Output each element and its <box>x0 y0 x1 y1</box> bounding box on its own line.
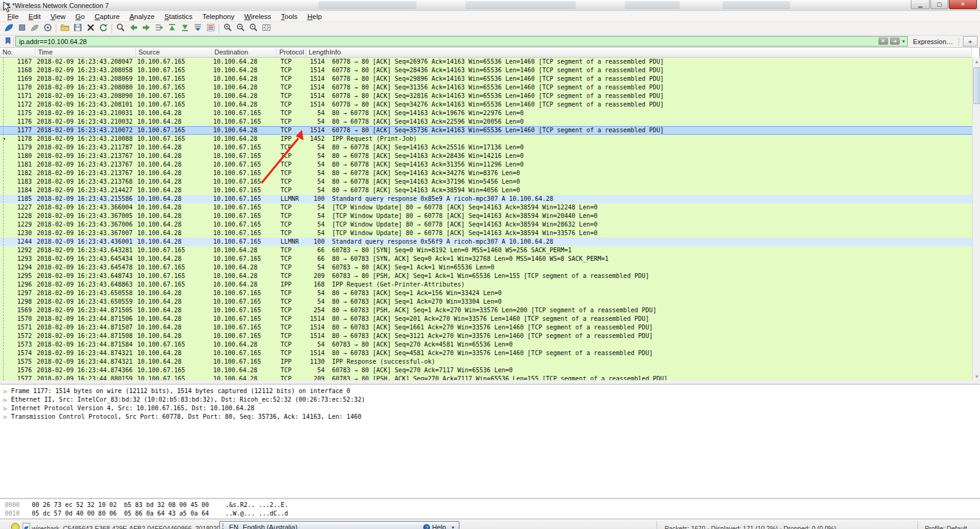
expression-button[interactable]: Expression… <box>908 38 959 45</box>
menu-wireless[interactable]: Wireless <box>239 12 276 21</box>
stop-capture-button[interactable] <box>15 23 28 35</box>
packet-row-1573[interactable]: 15732018-02-09 16:23:44.87158410.100.67.… <box>0 340 972 349</box>
packet-list-scrollbar[interactable]: ▲ ▼ <box>972 58 980 380</box>
colorize-packets-button[interactable] <box>204 23 217 35</box>
packet-row-1182[interactable]: 11822018-02-09 16:23:43.21376710.100.64.… <box>0 169 972 178</box>
detail-row-1[interactable]: ▷Ethernet II, Src: IntelCor_83:bd:32 (10… <box>0 396 980 404</box>
packet-row-1185[interactable]: 11852018-02-09 16:23:43.21558610.100.64.… <box>0 195 972 203</box>
display-filter-input[interactable]: ip.addr==10.100.64.28 ✕ ➔ ▼ <box>15 36 908 47</box>
filter-bookmark-button[interactable] <box>2 37 14 47</box>
packet-row-1168[interactable]: 11682018-02-09 16:23:43.20805810.100.67.… <box>0 66 972 75</box>
add-filter-button[interactable]: + <box>963 36 978 47</box>
langbar-help-icon[interactable]: ? <box>423 524 430 529</box>
hex-row-0010[interactable]: 001005 dc 57 0d 40 00 80 06 05 86 0a 64 … <box>0 509 980 518</box>
column-header-source[interactable]: Source <box>136 48 212 57</box>
packet-row-1293[interactable]: 12932018-02-09 16:23:43.64543410.100.64.… <box>0 255 972 263</box>
auto-scroll-button[interactable] <box>191 23 204 35</box>
packet-row-1294[interactable]: 12942018-02-09 16:23:43.64547810.100.67.… <box>0 263 972 272</box>
packet-row-1171[interactable]: 11712018-02-09 16:23:43.20809010.100.67.… <box>0 92 972 100</box>
packet-row-1230[interactable]: 12302018-02-09 16:23:43.36700710.100.64.… <box>0 229 972 238</box>
packet-row-1178[interactable]: •11782018-02-09 16:23:43.21008810.100.67… <box>0 135 972 143</box>
scrollbar-thumb[interactable] <box>973 67 980 104</box>
close-button[interactable]: ✕ <box>949 0 977 9</box>
expand-triangle-icon[interactable]: ▷ <box>4 404 11 413</box>
capture-options-button[interactable] <box>41 23 54 35</box>
language-code[interactable]: EN <box>229 523 238 529</box>
expand-triangle-icon[interactable]: ▷ <box>4 396 11 404</box>
column-header-no[interactable]: No. <box>0 48 36 57</box>
profile-label[interactable]: Profile: Default <box>925 525 967 529</box>
packet-row-1575[interactable]: 15752018-02-09 16:23:44.87432110.100.64.… <box>0 358 972 366</box>
minimize-button[interactable]: ▁ <box>911 0 930 9</box>
packet-row-1229[interactable]: 12292018-02-09 16:23:43.36700610.100.64.… <box>0 220 972 229</box>
scroll-down-icon[interactable]: ▼ <box>973 372 980 380</box>
menu-edit[interactable]: Edit <box>24 12 46 21</box>
packet-row-1184[interactable]: 11842018-02-09 16:23:43.21442710.100.64.… <box>0 186 972 195</box>
detail-row-2[interactable]: ▷Internet Protocol Version 4, Src: 10.10… <box>0 404 980 413</box>
scroll-up-icon[interactable]: ▲ <box>973 58 980 66</box>
packet-row-1572[interactable]: 15722018-02-09 16:23:44.87150810.100.64.… <box>0 332 972 340</box>
menu-analyze[interactable]: Analyze <box>124 12 159 21</box>
filter-apply-button[interactable]: ➔ <box>890 37 900 45</box>
zoom-original-button[interactable] <box>247 23 260 35</box>
menu-telephony[interactable]: Telephony <box>197 12 239 21</box>
packet-row-1576[interactable]: 15762018-02-09 16:23:44.87436610.100.67.… <box>0 366 972 375</box>
reload-file-button[interactable] <box>97 23 110 35</box>
expert-info-icon[interactable] <box>11 523 20 529</box>
packet-row-1181[interactable]: 11812018-02-09 16:23:43.21376710.100.64.… <box>0 160 972 169</box>
detail-row-3[interactable]: ▷Transmission Control Protocol, Src Port… <box>0 413 980 421</box>
menu-view[interactable]: View <box>45 12 70 21</box>
packet-row-1297[interactable]: 12972018-02-09 16:23:43.65055810.100.64.… <box>0 289 972 298</box>
column-header-protocol[interactable]: Protocol <box>277 48 306 57</box>
go-to-packet-button[interactable] <box>153 23 165 35</box>
packet-row-1177[interactable]: 11772018-02-09 16:23:43.21007210.100.67.… <box>0 126 972 135</box>
menu-capture[interactable]: Capture <box>89 12 124 21</box>
packet-row-1574[interactable]: 15742018-02-09 16:23:44.87432110.100.64.… <box>0 349 972 358</box>
restart-capture-button[interactable] <box>28 23 41 35</box>
zoom-out-button[interactable] <box>234 23 247 35</box>
find-packet-button[interactable] <box>114 23 127 35</box>
detail-row-0[interactable]: ▷Frame 1177: 1514 bytes on wire (12112 b… <box>0 387 980 396</box>
packet-row-1244[interactable]: 12442018-02-09 16:23:43.43600110.100.64.… <box>0 238 972 246</box>
packet-row-1172[interactable]: 11722018-02-09 16:23:43.20810110.100.67.… <box>0 100 972 109</box>
save-file-button[interactable] <box>71 23 84 35</box>
menu-tools[interactable]: Tools <box>276 12 303 21</box>
langbar-options-caret-icon[interactable]: ▼ <box>451 525 455 529</box>
packet-row-1180[interactable]: 11802018-02-09 16:23:43.21376710.100.64.… <box>0 152 972 160</box>
language-name[interactable]: English (Australia) <box>243 523 297 529</box>
langbar-grip[interactable] <box>222 523 227 529</box>
open-file-button[interactable] <box>58 23 71 35</box>
zoom-in-button[interactable] <box>221 23 234 35</box>
filter-history-caret-icon[interactable]: ▼ <box>902 39 906 43</box>
packet-row-1228[interactable]: 12282018-02-09 16:23:43.36700510.100.64.… <box>0 212 972 220</box>
packet-row-1167[interactable]: 11672018-02-09 16:23:43.20804710.100.67.… <box>0 58 972 66</box>
filter-clear-button[interactable]: ✕ <box>878 37 888 45</box>
packet-row-1227[interactable]: 12272018-02-09 16:23:43.36600410.100.64.… <box>0 203 972 212</box>
maximize-button[interactable]: ▢ <box>930 0 948 9</box>
packet-row-1577[interactable]: 15772018-02-09 16:23:44.88015910.100.67.… <box>0 375 972 380</box>
packet-row-1571[interactable]: 15712018-02-09 16:23:44.87150710.100.64.… <box>0 323 972 332</box>
go-forward-button[interactable] <box>140 23 153 35</box>
packet-row-1169[interactable]: 11692018-02-09 16:23:43.20806910.100.67.… <box>0 75 972 83</box>
packet-row-1175[interactable]: 11752018-02-09 16:23:43.21003110.100.64.… <box>0 109 972 118</box>
menu-help[interactable]: Help <box>303 12 327 21</box>
capture-file-icon[interactable] <box>23 523 30 529</box>
packet-row-1295[interactable]: 12952018-02-09 16:23:43.64874310.100.67.… <box>0 272 972 280</box>
packet-row-1170[interactable]: 11702018-02-09 16:23:43.20808010.100.67.… <box>0 83 972 92</box>
go-first-packet-button[interactable] <box>165 23 178 35</box>
expand-triangle-icon[interactable]: ▷ <box>4 413 11 421</box>
packet-row-1179[interactable]: 11792018-02-09 16:23:43.21178710.100.64.… <box>0 143 972 152</box>
column-header-info[interactable]: Info <box>327 48 972 57</box>
packet-row-1292[interactable]: 12922018-02-09 16:23:43.64328110.100.67.… <box>0 246 972 255</box>
packet-row-1176[interactable]: 11762018-02-09 16:23:43.21003210.100.64.… <box>0 118 972 126</box>
expand-triangle-icon[interactable]: ▷ <box>4 387 11 396</box>
menu-statistics[interactable]: Statistics <box>159 12 197 21</box>
packet-row-1569[interactable]: 15692018-02-09 16:23:44.87150510.100.64.… <box>0 306 972 315</box>
resize-columns-button[interactable] <box>260 23 273 35</box>
langbar-help-label[interactable]: Help <box>432 523 446 529</box>
packet-row-1298[interactable]: 12982018-02-09 16:23:43.65055910.100.64.… <box>0 298 972 306</box>
close-file-button[interactable] <box>84 23 97 35</box>
start-capture-button[interactable] <box>2 23 15 35</box>
packet-row-1183[interactable]: 11832018-02-09 16:23:43.21376810.100.64.… <box>0 178 972 186</box>
packet-row-1570[interactable]: 15702018-02-09 16:23:44.87150610.100.64.… <box>0 315 972 323</box>
